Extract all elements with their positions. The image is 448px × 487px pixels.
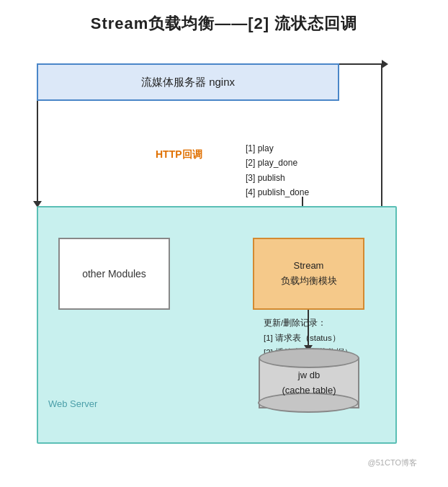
update-title: 更新/删除记录： xyxy=(264,316,353,331)
callback-item-1: [1] play xyxy=(246,141,309,156)
nginx-box: 流媒体服务器 nginx xyxy=(37,63,339,101)
update-item-1: [1] 请求表（status） xyxy=(264,331,353,346)
db-line2: (cache table) xyxy=(259,383,359,398)
nginx-label: 流媒体服务器 nginx xyxy=(141,76,235,89)
db-top xyxy=(259,348,359,368)
stream-module-box: Stream 负载均衡模块 xyxy=(253,238,364,310)
page-title: Stream负载均衡——[2] 流状态回调 xyxy=(0,0,448,42)
callback-item-2: [2] play_done xyxy=(246,156,309,170)
other-modules-box: other Modules xyxy=(58,238,170,310)
other-modules-label: other Modules xyxy=(82,268,146,280)
db-label: jw db (cache table) xyxy=(259,368,359,398)
webserver-label: Web Server xyxy=(48,398,97,409)
diagram-area: 流媒体服务器 nginx HTTP回调 [1] play [2] play_do… xyxy=(22,42,426,474)
http-label: HTTP回调 xyxy=(156,148,202,161)
callback-list: [1] play [2] play_done [3] publish [4] p… xyxy=(246,141,309,200)
db-cylinder: jw db (cache table) xyxy=(259,348,359,413)
arrow-down-left xyxy=(37,101,38,202)
db-line1: jw db xyxy=(259,368,359,383)
stream-line1: Stream xyxy=(294,259,324,274)
watermark: @51CTO博客 xyxy=(368,457,417,468)
arrow-right-top xyxy=(339,63,382,65)
callback-item-4: [4] publish_done xyxy=(246,185,309,200)
callback-item-3: [3] publish xyxy=(246,171,309,185)
stream-line2: 负载均衡模块 xyxy=(281,274,337,289)
